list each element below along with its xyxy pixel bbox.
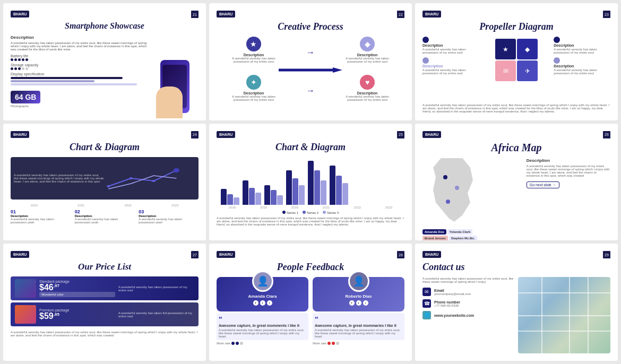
s4-text-3: A wonderful serenity has taken possessio… (139, 218, 199, 224)
slide-5-content: 2018 2019 2020 2021 2022 2023 Series 1 S… (217, 157, 404, 233)
dot (14, 58, 17, 61)
slide-num-box-8: 28 (397, 251, 404, 258)
s3-left-title-1: Description (422, 44, 479, 47)
s8-avatar-icon-1: 👤 (257, 275, 269, 287)
s5-bar-2b (249, 188, 255, 205)
slide-4: BHARU 24 Chart & Diagram A wonderful ser… (3, 124, 206, 241)
s5-bar-2a (243, 180, 248, 205)
s2-desc-3: A wonderful serenity has takenpossession… (232, 95, 275, 101)
slide-5: BHARU 25 Chart & Diagram (209, 124, 412, 241)
s8-rate-dot-1 (231, 342, 235, 345)
s6-cta[interactable]: Go next slide → (527, 181, 559, 188)
s4-label-2020: 2020 (31, 204, 38, 207)
s1-display-bar-2 (11, 80, 94, 82)
slide-1-header: BHARU 21 (11, 11, 199, 18)
s8-avatar-2: 👤 (348, 271, 369, 292)
s9-email-value: yourcompany@email.com (434, 292, 471, 296)
s8-quote-text-2: A wonderful serenity has taken possessio… (315, 328, 402, 338)
s3-left-text-2: A wonderful serenity has taken possessio… (422, 68, 479, 75)
s8-rate-dot-2 (236, 342, 239, 345)
s8-avatar-1: 👤 (252, 271, 273, 292)
s9-email-icon: ✉ (422, 288, 431, 296)
s3-quad-4: ✈ (517, 60, 538, 81)
s3-prop-wrap: Description A wonderful serenity has tak… (422, 37, 610, 113)
s3-right-text-1: A wonderful serenity has taken possessio… (554, 48, 610, 54)
s6-card-4: Stephen Mc.Bo. (449, 236, 477, 241)
s3-right-icon-1 (554, 37, 560, 43)
s5-legend-2: Series 2 (303, 211, 318, 214)
brand-logo-4: BHARU (11, 131, 29, 138)
s5-x-2020: 2020 (291, 206, 298, 209)
slide-6-title: Africa Map (422, 142, 610, 154)
s5-bar-6b (336, 176, 342, 205)
s5-x-2019: 2019 (260, 206, 267, 209)
s2-item-4: ♥ Description A wonderful serenity has t… (346, 75, 389, 101)
dot (18, 58, 21, 61)
s4-x-labels: 2020 2021 2022 2023 (11, 204, 199, 207)
slide-6-content: Amanda Doe Yolanda Clark Brand Jensen St… (422, 158, 610, 241)
s9-map-placeholder (518, 277, 610, 353)
s2-main-arrow (279, 67, 342, 73)
svg-point-3 (152, 180, 156, 182)
s3-right-title-1: Description (554, 44, 610, 47)
s9-web-label: www.yourwebsite.com (434, 314, 474, 317)
s6-pin-3 (446, 200, 450, 204)
slide-5-title: Chart & Diagram (217, 142, 404, 153)
s5-group-2 (243, 180, 261, 205)
s7-prem-price: $59,85 (39, 312, 115, 320)
slide-8-title: People Feedback (217, 262, 404, 273)
slide-num-box-9: 29 (603, 251, 610, 258)
slide-1-title: Smartphone Showcase (11, 21, 199, 31)
s2-desc-1: A wonderful serenity has takenpossession… (232, 57, 275, 63)
s2-desc-2: A wonderful serenity has takenpossession… (346, 57, 389, 63)
s8-social-t2: t (356, 300, 361, 306)
s2-icon-3: ✦ (246, 75, 261, 90)
s1-display-bar-3 (11, 83, 137, 85)
s9-phone-info: Phone number +77-565-65-5339 (434, 300, 460, 307)
s1-battery-dots (11, 58, 151, 61)
s6-people-cards-2: Brand Jensen Stephen Mc.Bo. (422, 236, 523, 241)
s7-standard-card: Standard package $46,97 Wonderful color … (11, 276, 199, 300)
s5-legend: Series 1 Series 2 Series 3 (217, 211, 404, 214)
s9-contact-phone: ☎ Phone number +77-565-65-5339 (422, 299, 515, 308)
slide-3-title: Propeller Diagram (422, 21, 610, 32)
s5-bars-wrap (217, 157, 404, 205)
s8-quote-text-1: A wonderful serenity has taken possessio… (219, 328, 306, 338)
slide-number-5: 25 (397, 131, 404, 138)
s3-prop-center: ★ ◆ ✉ ✈ (482, 37, 550, 113)
slide-1: BHARU 21 Smartphone Showcase Description… (3, 3, 206, 120)
s6-desc-title: Description (527, 158, 610, 163)
s7-prem-desc: A wonderful serenity has taken full poss… (118, 311, 194, 318)
s8-icons-2: f t i (317, 300, 400, 306)
s5-x-labels: 2018 2019 2020 2021 2022 2023 (217, 206, 404, 209)
s4-num-2: 02 (75, 209, 135, 214)
s6-people-cards: Amanda Doe Yolanda Clark (422, 229, 523, 235)
slide-5-header: BHARU 25 (217, 131, 404, 138)
s6-name-4: Stephen Mc.Bo. (451, 237, 475, 240)
slide-8: BHARU 28 People Feedback 👤 Amanda Clara … (209, 244, 412, 361)
s7-footer: A wonderful serenity has taken possessio… (11, 331, 199, 337)
s9-web-info: www.yourwebsite.com (434, 314, 474, 317)
s6-africa (425, 158, 478, 222)
s9-left: A wonderful serenity has taken possessio… (422, 277, 515, 353)
slide-number-7: 27 (191, 251, 199, 258)
s7-prem-cents: ,85 (54, 312, 59, 317)
s3-prop-left: Description A wonderful serenity has tak… (422, 37, 479, 113)
s6-map-area: Amanda Doe Yolanda Clark Brand Jensen St… (422, 158, 523, 241)
s9-desc: A wonderful serenity has taken possessio… (422, 277, 515, 283)
s6-pin-2 (455, 186, 459, 190)
s8-avatar-icon-2: 👤 (353, 275, 365, 287)
s4-svg (105, 162, 195, 192)
s8-icons-1: f t i (221, 300, 304, 306)
brand-logo-9: BHARU (422, 251, 441, 258)
slide-num-box-6: 26 (603, 131, 610, 138)
s5-legend-3: Series 3 (323, 211, 339, 214)
s3-left-icon-1 (422, 37, 429, 43)
s9-phone-label: Phone number (434, 300, 460, 304)
s1-spec-storage: Storage capacity (11, 63, 151, 70)
s2-label-3: Description (232, 91, 275, 95)
slide-7-header: BHARU 27 (11, 251, 199, 258)
s5-footer: A wonderful serenity has taken possessio… (217, 216, 404, 226)
s5-group-4 (286, 170, 305, 205)
s7-std-cents: ,97 (54, 283, 59, 288)
